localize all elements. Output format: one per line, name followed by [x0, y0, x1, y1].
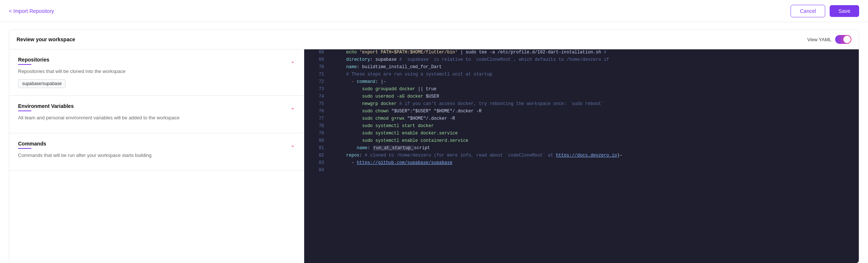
- code-line-70: 70 name: buildtime_install_cmd_for_Dart: [304, 64, 859, 71]
- review-panel: Review your workspace View YAML Reposito…: [9, 29, 859, 263]
- section-env-vars-title: Environment Variables: [18, 103, 74, 109]
- line-code-82: repos: # cloned to /home/devzero (for mo…: [343, 152, 859, 160]
- repositories-chevron-icon[interactable]: ⌄: [290, 57, 295, 64]
- code-line-83: 83 - https://github.com/supabase/supabas…: [304, 160, 859, 167]
- section-commands-header: Commands ⌄: [18, 141, 295, 152]
- save-button[interactable]: Save: [830, 5, 859, 17]
- line-num-73: 73: [304, 86, 329, 94]
- section-repositories: Repositories ⌄ Repositories that will be…: [9, 49, 304, 96]
- code-line-81: 81 name: run_at_startup_script: [304, 145, 859, 152]
- code-line-71: 71 # These steps are run using a systemc…: [304, 71, 859, 79]
- content-area: Repositories ⌄ Repositories that will be…: [9, 49, 859, 263]
- commands-desc: Commands that will be run after your wor…: [18, 152, 295, 158]
- code-line-75: 75 newgrp docker # if you can't access d…: [304, 101, 859, 108]
- line-code-68: echo 'export PATH=$PATH:$HOME/flutter/bi…: [343, 49, 859, 57]
- code-line-84: 84: [304, 167, 859, 175]
- left-panel: Repositories ⌄ Repositories that will be…: [9, 49, 304, 263]
- main-container: Review your workspace View YAML Reposito…: [0, 22, 868, 263]
- line-code-83: - https://github.com/supabase/supabase: [343, 160, 859, 167]
- code-line-74: 74 sudo usermod -aG docker $USER: [304, 94, 859, 101]
- line-code-81: name: run_at_startup_script: [343, 145, 859, 152]
- line-num-76: 76: [304, 108, 329, 116]
- section-repositories-header: Repositories ⌄: [18, 57, 295, 69]
- commands-chevron-icon[interactable]: ⌄: [290, 141, 295, 148]
- line-code-74: sudo usermod -aG docker $USER: [343, 94, 859, 101]
- code-line-77: 77 sudo chmod g+rwx "$HOME"/.docker -R: [304, 116, 859, 123]
- section-repositories-underline: [18, 64, 31, 65]
- line-num-75: 75: [304, 101, 329, 108]
- line-num-79: 79: [304, 130, 329, 138]
- line-num-84: 84: [304, 167, 329, 175]
- code-line-73: 73 sudo groupadd docker || true: [304, 86, 859, 94]
- section-repositories-title-block: Repositories: [18, 57, 49, 69]
- view-yaml-label: View YAML: [807, 37, 831, 42]
- line-code-76: sudo chown "$USER":"$USER" "$HOME"/.dock…: [343, 108, 859, 116]
- line-code-77: sudo chmod g+rwx "$HOME"/.docker -R: [343, 116, 859, 123]
- top-bar: < Import Repository Cancel Save: [0, 0, 868, 22]
- code-line-68: 68 echo 'export PATH=$PATH:$HOME/flutter…: [304, 49, 859, 57]
- back-link[interactable]: < Import Repository: [9, 8, 54, 14]
- top-bar-actions: Cancel Save: [791, 5, 859, 17]
- line-num-77: 77: [304, 116, 329, 123]
- line-code-69: directory: supabase # `supabase` is rela…: [343, 57, 859, 64]
- line-code-73: sudo groupadd docker || true: [343, 86, 859, 94]
- line-code-72: - command: |-: [343, 79, 859, 86]
- section-commands: Commands ⌄ Commands that will be run aft…: [9, 133, 304, 171]
- line-num-72: 72: [304, 79, 329, 86]
- section-commands-title: Commands: [18, 141, 46, 147]
- section-commands-title-block: Commands: [18, 141, 46, 152]
- section-env-vars: Environment Variables ⌄ All team and per…: [9, 96, 304, 133]
- section-env-vars-underline: [18, 111, 31, 111]
- line-code-80: sudo systemctl enable containerd.service: [343, 138, 859, 145]
- view-yaml-toggle[interactable]: [835, 35, 851, 44]
- section-repositories-title: Repositories: [18, 57, 49, 63]
- env-vars-desc: All team and personal environment variab…: [18, 115, 295, 120]
- code-line-76: 76 sudo chown "$USER":"$USER" "$HOME"/.d…: [304, 108, 859, 116]
- code-line-80: 80 sudo systemctl enable containerd.serv…: [304, 138, 859, 145]
- line-num-83: 83: [304, 160, 329, 167]
- line-num-71: 71: [304, 71, 329, 79]
- cancel-button[interactable]: Cancel: [791, 5, 825, 17]
- line-code-75: newgrp docker # if you can't access dock…: [343, 101, 859, 108]
- env-vars-chevron-icon[interactable]: ⌄: [290, 104, 295, 111]
- line-code-84: [343, 167, 859, 175]
- code-line-78: 78 sudo systemctl start docker: [304, 123, 859, 130]
- repo-tag: supabase/supabase: [18, 79, 66, 88]
- section-commands-underline: [18, 148, 31, 149]
- code-line-69: 69 directory: supabase # `supabase` is r…: [304, 57, 859, 64]
- view-yaml-row: View YAML: [807, 35, 851, 44]
- line-num-82: 82: [304, 152, 329, 160]
- review-title: Review your workspace: [17, 36, 75, 42]
- line-num-80: 80: [304, 138, 329, 145]
- repositories-desc: Repositories that will be cloned into th…: [18, 69, 295, 74]
- line-code-70: name: buildtime_install_cmd_for_Dart: [343, 64, 859, 71]
- toggle-knob: [843, 36, 851, 43]
- code-line-79: 79 sudo systemctl enable docker.service: [304, 130, 859, 138]
- line-num-81: 81: [304, 145, 329, 152]
- section-env-vars-header: Environment Variables ⌄: [18, 103, 295, 115]
- line-num-69: 69: [304, 57, 329, 64]
- line-num-68: 68: [304, 49, 329, 57]
- line-code-79: sudo systemctl enable docker.service: [343, 130, 859, 138]
- code-line-82: 82 repos: # cloned to /home/devzero (for…: [304, 152, 859, 160]
- line-code-78: sudo systemctl start docker: [343, 123, 859, 130]
- section-env-vars-title-block: Environment Variables: [18, 103, 74, 115]
- line-num-74: 74: [304, 94, 329, 101]
- code-table: 68 echo 'export PATH=$PATH:$HOME/flutter…: [304, 49, 859, 175]
- code-editor[interactable]: 68 echo 'export PATH=$PATH:$HOME/flutter…: [304, 49, 859, 263]
- line-num-78: 78: [304, 123, 329, 130]
- line-num-70: 70: [304, 64, 329, 71]
- code-line-72: 72 - command: |-: [304, 79, 859, 86]
- review-header: Review your workspace View YAML: [9, 30, 859, 49]
- line-code-71: # These steps are run using a systemctl …: [343, 71, 859, 79]
- back-label: < Import Repository: [9, 8, 54, 14]
